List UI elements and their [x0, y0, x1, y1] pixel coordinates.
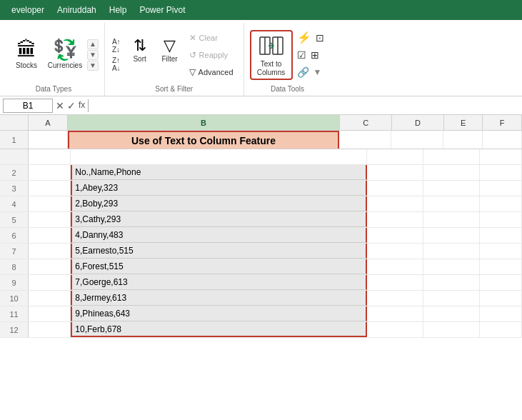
cell-c-3[interactable] [367, 181, 423, 196]
cell-f1[interactable] [483, 131, 522, 149]
cell-b-6[interactable]: 4,Danny,483 [71, 228, 366, 243]
cell-b-5[interactable]: 3,Cathy,293 [71, 212, 366, 227]
cell-e-8[interactable] [480, 259, 522, 274]
reapply-button[interactable]: ↺ Reapply [185, 47, 238, 63]
stocks-button[interactable]: 🏛 Stocks [9, 30, 44, 80]
cell-e-3[interactable] [480, 181, 522, 196]
manage-da-button[interactable]: ▼ [312, 64, 323, 80]
name-box[interactable] [3, 99, 53, 113]
cell-b-2[interactable]: No.,Name,Phone [71, 165, 366, 180]
cell-a-5[interactable] [29, 212, 71, 227]
cell-e-11[interactable] [480, 306, 522, 321]
cell-a-12[interactable] [29, 322, 71, 337]
col-header-e[interactable]: E [444, 115, 483, 130]
sort-az-button[interactable]: A↑ Z↓ [111, 36, 122, 55]
flash-fill-button[interactable]: ⚡ [296, 30, 313, 46]
cell-d-2[interactable] [423, 165, 480, 180]
relationships-button[interactable]: 🔗 [296, 64, 311, 80]
cell-b-3[interactable]: 1,Abey,323 [71, 181, 366, 196]
menu-developer[interactable]: eveloper [6, 2, 50, 18]
cell-c-6[interactable] [367, 228, 423, 243]
menu-aniruddah[interactable]: Aniruddah [51, 2, 102, 18]
cell-d-10[interactable] [423, 291, 480, 306]
cell-b1-title[interactable]: Use of Text to Column Feature [68, 131, 339, 149]
cell-b-7[interactable]: 5,Earnesto,515 [71, 244, 366, 259]
cell-c-7[interactable] [367, 244, 423, 259]
col-header-f[interactable]: F [483, 115, 522, 130]
cell-c1[interactable] [339, 131, 391, 149]
cell-e-4[interactable] [480, 196, 522, 211]
cell-e-blank[interactable] [480, 149, 522, 164]
cell-d1[interactable] [391, 131, 443, 149]
cell-b-8[interactable]: 6,Forest,515 [71, 259, 366, 274]
col-header-b[interactable]: B [68, 115, 341, 130]
cell-e-10[interactable] [480, 291, 522, 306]
cell-e1[interactable] [443, 131, 483, 149]
col-header-d[interactable]: D [392, 115, 444, 130]
sort-button[interactable]: ⇅ Sort [125, 26, 155, 76]
col-header-c[interactable]: C [340, 115, 392, 130]
cell-b-10[interactable]: 8,Jermey,613 [71, 291, 366, 306]
col-header-a[interactable]: A [29, 115, 68, 130]
consolidate-button[interactable]: ⊞ [309, 47, 321, 63]
cell-e-2[interactable] [480, 165, 522, 180]
cell-b-9[interactable]: 7,Goerge,613 [71, 275, 366, 290]
cell-e-6[interactable] [480, 228, 522, 243]
cell-a-blank[interactable] [29, 149, 71, 164]
cell-a-10[interactable] [29, 291, 71, 306]
cell-a-6[interactable] [29, 228, 71, 243]
cell-c-8[interactable] [367, 259, 423, 274]
cell-c-blank[interactable] [367, 149, 423, 164]
menu-power-pivot[interactable]: Power Pivot [134, 2, 191, 18]
cell-a-3[interactable] [29, 181, 71, 196]
cell-a-2[interactable] [29, 165, 71, 180]
cell-a-11[interactable] [29, 306, 71, 321]
cell-d-7[interactable] [423, 244, 480, 259]
cell-d-4[interactable] [423, 196, 480, 211]
data-validation-button[interactable]: ☑ [296, 47, 308, 63]
cell-a-4[interactable] [29, 196, 71, 211]
cell-c-9[interactable] [367, 275, 423, 290]
cell-d-9[interactable] [423, 275, 480, 290]
cell-a-7[interactable] [29, 244, 71, 259]
cell-d-12[interactable] [423, 322, 480, 337]
scroll-down-button[interactable]: ▼ [87, 50, 99, 60]
formula-cancel-icon[interactable]: ✕ [56, 100, 64, 111]
cell-d-blank[interactable] [423, 149, 480, 164]
cell-a-8[interactable] [29, 259, 71, 274]
formula-insert-fn-icon[interactable]: fx [79, 100, 85, 111]
remove-duplicates-button[interactable]: ⊡ [314, 30, 326, 46]
cell-c-12[interactable] [367, 322, 423, 337]
cell-e-7[interactable] [480, 244, 522, 259]
cell-d-5[interactable] [423, 212, 480, 227]
cell-a-9[interactable] [29, 275, 71, 290]
cell-c-11[interactable] [367, 306, 423, 321]
cell-e-9[interactable] [480, 275, 522, 290]
currencies-button[interactable]: 💱 Currencies [47, 30, 83, 80]
cell-d-11[interactable] [423, 306, 480, 321]
cell-e-12[interactable] [480, 322, 522, 337]
cell-b-4[interactable]: 2,Boby,293 [71, 196, 366, 211]
scroll-more-button[interactable]: ▼ [87, 61, 99, 71]
text-to-columns-button[interactable]: Text toColumns [250, 30, 293, 80]
cell-d-8[interactable] [423, 259, 480, 274]
formula-confirm-icon[interactable]: ✓ [67, 100, 76, 111]
cell-e-5[interactable] [480, 212, 522, 227]
cell-c-2[interactable] [367, 165, 423, 180]
formula-input[interactable] [88, 99, 519, 112]
cell-c-4[interactable] [367, 196, 423, 211]
scroll-up-button[interactable]: ▲ [87, 39, 99, 49]
filter-button[interactable]: ▽ Filter [155, 26, 185, 76]
cell-c-10[interactable] [367, 291, 423, 306]
cell-c-5[interactable] [367, 212, 423, 227]
cell-d-3[interactable] [423, 181, 480, 196]
cell-b-11[interactable]: 9,Phineas,643 [71, 306, 366, 321]
cell-b-blank[interactable] [71, 149, 366, 164]
advanced-button[interactable]: ▽ Advanced [185, 64, 238, 80]
clear-button[interactable]: ✕ Clear [185, 30, 238, 46]
sort-za-button[interactable]: Z↑ A↓ [111, 55, 122, 74]
cell-a1[interactable] [29, 131, 68, 149]
cell-b-12[interactable]: 10,Ferb,678 [71, 322, 366, 337]
cell-d-6[interactable] [423, 228, 480, 243]
menu-help[interactable]: Help [104, 2, 133, 18]
